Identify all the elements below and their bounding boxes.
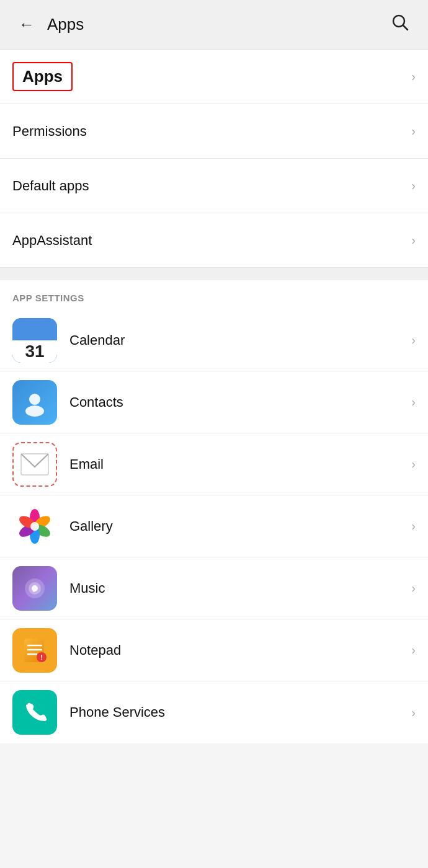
app-item-phone-services[interactable]: Phone Services ›	[0, 681, 428, 743]
chevron-icon-gallery: ›	[411, 519, 416, 533]
phone-services-icon	[12, 690, 57, 735]
app-item-contacts-label: Contacts	[69, 394, 411, 410]
top-menu-section: Apps › Permissions › Default apps › AppA…	[0, 50, 428, 268]
chevron-icon-notepad: ›	[411, 643, 416, 657]
chevron-icon-calendar: ›	[411, 333, 416, 347]
app-item-gallery[interactable]: Gallery ›	[0, 495, 428, 557]
app-item-email[interactable]: Email ›	[0, 433, 428, 495]
notepad-icon: !	[12, 628, 57, 673]
chevron-icon-music: ›	[411, 581, 416, 595]
gallery-icon	[12, 504, 57, 549]
chevron-icon-contacts: ›	[411, 395, 416, 409]
chevron-icon-phone-services: ›	[411, 706, 416, 720]
music-icon: ♪	[12, 566, 57, 611]
svg-point-11	[30, 522, 39, 531]
app-item-calendar[interactable]: 31 Calendar ›	[0, 309, 428, 371]
page-title: Apps	[41, 15, 385, 34]
app-item-gallery-label: Gallery	[69, 518, 411, 534]
menu-item-appassistant[interactable]: AppAssistant ›	[0, 213, 428, 268]
app-item-contacts[interactable]: Contacts ›	[0, 371, 428, 433]
app-item-music[interactable]: ♪ Music ›	[0, 557, 428, 619]
app-item-music-label: Music	[69, 580, 411, 596]
app-item-calendar-label: Calendar	[69, 332, 411, 348]
svg-text:!: !	[40, 654, 42, 661]
menu-item-apps-label: Apps	[12, 62, 73, 91]
app-item-notepad-label: Notepad	[69, 642, 411, 658]
svg-point-2	[29, 394, 40, 405]
menu-item-permissions[interactable]: Permissions ›	[0, 104, 428, 159]
menu-item-apps[interactable]: Apps ›	[0, 50, 428, 104]
calendar-icon: 31	[12, 318, 57, 363]
calendar-icon-number: 31	[12, 340, 57, 363]
calendar-icon-header	[12, 318, 57, 340]
header: ← Apps	[0, 0, 428, 50]
menu-item-default-apps-label: Default apps	[12, 178, 89, 194]
menu-item-appassistant-label: AppAssistant	[12, 232, 92, 249]
svg-line-1	[403, 25, 408, 30]
app-item-email-label: Email	[69, 456, 411, 472]
section-separator	[0, 268, 428, 280]
email-icon	[12, 442, 57, 487]
svg-point-3	[25, 405, 44, 417]
app-item-notepad[interactable]: ! Notepad ›	[0, 619, 428, 681]
svg-text:♪: ♪	[32, 581, 38, 595]
search-button[interactable]	[385, 7, 416, 42]
app-settings-label: APP SETTINGS	[0, 280, 428, 309]
contacts-icon	[12, 380, 57, 425]
chevron-icon-apps: ›	[411, 69, 416, 84]
chevron-icon-appassistant: ›	[411, 233, 416, 247]
chevron-icon-default-apps: ›	[411, 179, 416, 193]
chevron-icon-permissions: ›	[411, 124, 416, 138]
menu-item-permissions-label: Permissions	[12, 123, 87, 140]
menu-item-default-apps[interactable]: Default apps ›	[0, 159, 428, 213]
chevron-icon-email: ›	[411, 457, 416, 471]
app-item-phone-services-label: Phone Services	[69, 704, 411, 720]
app-settings-section: APP SETTINGS 31 Calendar › Contacts › Em…	[0, 280, 428, 743]
back-button[interactable]: ←	[12, 9, 41, 40]
